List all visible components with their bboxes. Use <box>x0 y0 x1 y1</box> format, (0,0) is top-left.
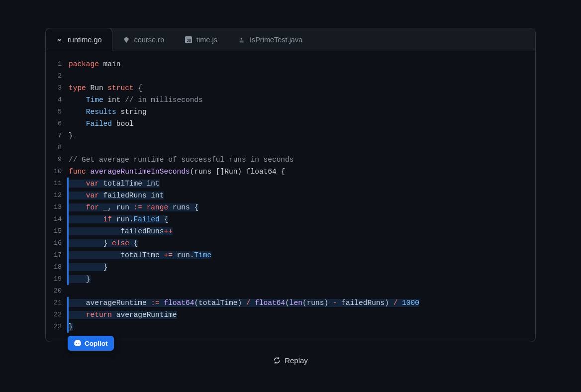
java-icon <box>238 36 246 44</box>
go-icon: ∞ <box>56 36 64 44</box>
tab-runtime-go[interactable]: ∞runtime.go <box>45 28 112 51</box>
tab-IsPrimeTest-java[interactable]: IsPrimeTest.java <box>228 28 313 51</box>
code-line: 20 <box>46 285 535 297</box>
ruby-icon <box>122 36 130 44</box>
code-line: 5 Results string <box>46 106 535 118</box>
code-content[interactable]: var failedRuns int <box>69 190 535 201</box>
code-content[interactable]: Results string <box>69 106 535 118</box>
line-number: 21 <box>46 297 69 309</box>
code-content[interactable]: Failed bool <box>69 118 535 130</box>
code-line: 14 if run.Failed { <box>46 213 535 225</box>
line-number: 23 <box>46 321 69 333</box>
replay-label: Replay <box>285 356 308 365</box>
code-line: 16 } else { <box>46 237 535 249</box>
code-line: 6 Failed bool <box>46 118 535 130</box>
code-line: 23} <box>46 321 535 333</box>
js-icon: JS <box>185 36 193 44</box>
code-content[interactable]: failedRuns++ <box>69 225 535 237</box>
code-content[interactable]: } <box>69 273 535 285</box>
code-content[interactable]: type Run struct { <box>69 82 535 94</box>
line-number: 10 <box>46 166 69 178</box>
code-line: 7} <box>46 130 535 142</box>
code-content[interactable]: // Get average runtime of successful run… <box>69 154 535 166</box>
replay-button[interactable]: Replay <box>273 356 308 365</box>
line-number: 7 <box>46 130 69 142</box>
code-content[interactable]: } <box>69 130 535 142</box>
line-number: 15 <box>46 225 69 237</box>
line-number: 12 <box>46 190 69 201</box>
code-content[interactable]: return averageRuntime <box>69 309 535 321</box>
line-number: 8 <box>46 142 69 154</box>
tab-label: time.js <box>196 36 217 44</box>
code-line: 4 Time int // in milliseconds <box>46 94 535 106</box>
tab-time-js[interactable]: JStime.js <box>175 28 228 51</box>
code-line: 18 } <box>46 261 535 273</box>
code-line: 2 <box>46 70 535 82</box>
code-content[interactable]: func averageRuntimeInSeconds(runs []Run)… <box>69 166 535 178</box>
line-number: 14 <box>46 213 69 225</box>
code-line: 9// Get average runtime of successful ru… <box>46 154 535 166</box>
tabs-bar: ∞runtime.gocourse.rbJStime.jsIsPrimeTest… <box>46 28 535 51</box>
code-line: 17 totalTime += run.Time <box>46 249 535 261</box>
line-number: 1 <box>46 58 69 70</box>
code-content[interactable]: totalTime += run.Time <box>69 249 535 261</box>
code-line: 10func averageRuntimeInSeconds(runs []Ru… <box>46 166 535 178</box>
code-content[interactable]: averageRuntime := float64(totalTime) / f… <box>69 297 535 309</box>
tab-course-rb[interactable]: course.rb <box>112 28 175 51</box>
line-number: 20 <box>46 285 69 297</box>
code-content[interactable]: } else { <box>69 237 535 249</box>
line-number: 11 <box>46 178 69 190</box>
line-number: 19 <box>46 273 69 285</box>
code-line: 8 <box>46 142 535 154</box>
line-number: 6 <box>46 118 69 130</box>
line-number: 13 <box>46 201 69 213</box>
tab-label: IsPrimeTest.java <box>250 36 302 44</box>
code-line: 11 var totalTime int <box>46 178 535 190</box>
code-line: 3type Run struct { <box>46 82 535 94</box>
code-line: 21 averageRuntime := float64(totalTime) … <box>46 297 535 309</box>
editor-window: ∞runtime.gocourse.rbJStime.jsIsPrimeTest… <box>45 28 536 342</box>
tab-label: course.rb <box>134 36 164 44</box>
line-number: 18 <box>46 261 69 273</box>
code-line: 22 return averageRuntime <box>46 309 535 321</box>
code-content[interactable]: Time int // in milliseconds <box>69 94 535 106</box>
code-content[interactable]: } <box>69 261 535 273</box>
line-number: 22 <box>46 309 69 321</box>
line-number: 9 <box>46 154 69 166</box>
code-line: 15 failedRuns++ <box>46 225 535 237</box>
code-line: 1package main <box>46 58 535 70</box>
line-number: 5 <box>46 106 69 118</box>
code-area: 1package main23type Run struct {4 Time i… <box>46 51 535 342</box>
code-line: 13 for _, run := range runs { <box>46 201 535 213</box>
tab-label: runtime.go <box>68 36 102 44</box>
code-content[interactable]: var totalTime int <box>69 178 535 190</box>
line-number: 2 <box>46 70 69 82</box>
svg-text:JS: JS <box>187 38 191 42</box>
code-content[interactable]: } <box>69 321 535 333</box>
code-content[interactable]: for _, run := range runs { <box>69 201 535 213</box>
code-content[interactable]: package main <box>69 58 535 70</box>
copilot-badge[interactable]: Copilot <box>68 336 114 351</box>
replay-icon <box>273 357 281 364</box>
line-number: 4 <box>46 94 69 106</box>
line-number: 16 <box>46 237 69 249</box>
copilot-icon <box>74 339 82 347</box>
line-number: 3 <box>46 82 69 94</box>
line-number: 17 <box>46 249 69 261</box>
copilot-label: Copilot <box>85 340 108 347</box>
code-line: 12 var failedRuns int <box>46 190 535 201</box>
code-content[interactable]: if run.Failed { <box>69 213 535 225</box>
code-line: 19 } <box>46 273 535 285</box>
